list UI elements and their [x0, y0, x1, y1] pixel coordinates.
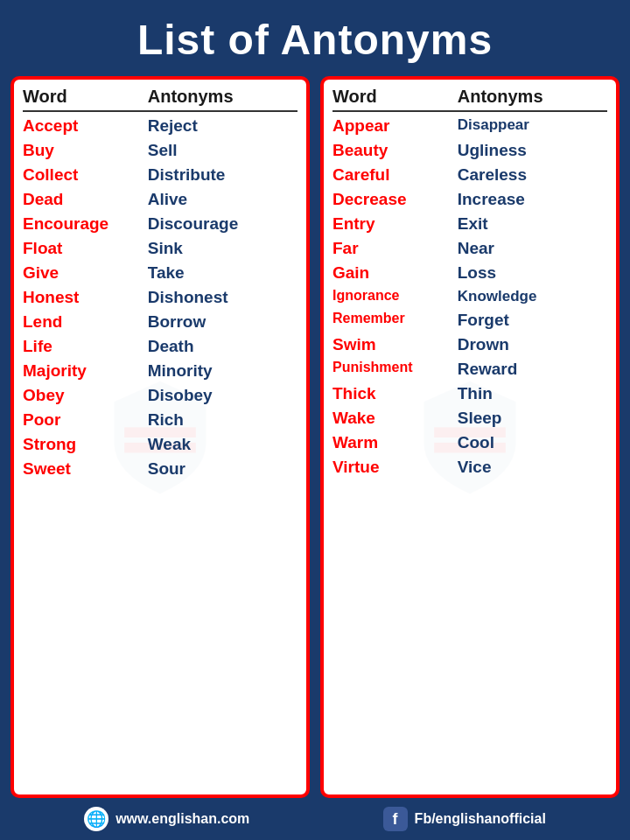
antonym-cell: Dishonest [148, 288, 298, 307]
table-row: LendBorrow [23, 310, 298, 334]
table-row: StrongWeak [23, 432, 298, 457]
word-cell: Float [23, 239, 148, 258]
table-row: CarefulCareless [332, 163, 607, 187]
antonym-cell: Ugliness [458, 141, 607, 160]
antonym-cell: Minority [148, 361, 298, 381]
left-table-rows: AcceptRejectBuySellCollectDistributeDead… [23, 114, 298, 481]
footer-website: 🌐 www.englishan.com [84, 807, 249, 831]
antonym-cell: Increase [458, 190, 607, 209]
word-cell: Life [23, 337, 148, 356]
word-cell: Poor [23, 410, 148, 430]
table-row: AppearDisappear [332, 114, 607, 138]
word-cell: Gain [332, 263, 458, 283]
table-row: ThickThin [332, 382, 607, 406]
table-row: DeadAlive [23, 187, 298, 212]
left-table-panel: Word Antonyms AcceptRejectBuySellCollect… [10, 76, 310, 798]
word-cell: Lend [23, 312, 148, 332]
word-cell: Far [332, 239, 458, 258]
word-cell: Virtue [332, 458, 458, 477]
table-row: ObeyDisobey [23, 383, 298, 408]
word-cell: Collect [23, 165, 148, 185]
word-cell: Majority [23, 361, 148, 381]
antonym-cell: Death [148, 337, 298, 356]
antonym-cell: Vice [458, 458, 607, 477]
facebook-handle: Fb/englishanofficial [415, 811, 546, 827]
antonym-cell: Sink [148, 239, 298, 258]
page-header: List of Antonyms [0, 0, 630, 76]
word-cell: Wake [332, 409, 458, 428]
facebook-icon: f [383, 807, 408, 831]
left-table-header: Word Antonyms [23, 87, 298, 112]
right-word-col-header: Word [332, 87, 458, 107]
table-row: BeautyUgliness [332, 138, 607, 163]
word-cell: Appear [332, 116, 458, 136]
antonym-cell: Alive [148, 190, 298, 209]
antonym-cell: Distribute [148, 165, 298, 185]
word-cell: Swim [332, 335, 458, 354]
table-row: PoorRich [23, 408, 298, 432]
antonym-cell: Exit [458, 214, 607, 234]
word-cell: Thick [332, 384, 458, 403]
antonym-cell: Near [458, 239, 607, 258]
antonym-cell: Thin [458, 384, 607, 403]
antonym-cell: Take [148, 263, 298, 283]
antonym-cell: Drown [458, 335, 607, 354]
word-cell: Decrease [332, 190, 458, 209]
antonym-cell: Knowledge [458, 288, 607, 305]
table-row: WakeSleep [332, 406, 607, 430]
word-cell: Buy [23, 141, 148, 160]
left-word-col-header: Word [23, 87, 148, 107]
word-cell: Give [23, 263, 148, 283]
word-cell: Obey [23, 386, 148, 405]
antonym-cell: Careless [458, 165, 607, 185]
table-row: DecreaseIncrease [332, 187, 607, 212]
right-table-header: Word Antonyms [332, 87, 607, 112]
table-row: SweetSour [23, 457, 298, 481]
table-row: GainLoss [332, 261, 607, 285]
right-antonym-col-header: Antonyms [458, 87, 607, 107]
antonym-cell: Disappear [458, 116, 607, 136]
table-row: FloatSink [23, 236, 298, 261]
antonym-cell: Cool [458, 433, 607, 452]
table-row: RememberForget [332, 308, 607, 332]
word-cell: Ignorance [332, 288, 458, 305]
table-row: EncourageDiscourage [23, 212, 298, 236]
antonym-cell: Rich [148, 410, 298, 430]
table-row: CollectDistribute [23, 163, 298, 187]
table-row: FarNear [332, 236, 607, 261]
table-row: IgnoranceKnowledge [332, 285, 607, 308]
antonym-cell: Reward [458, 360, 607, 379]
left-antonym-col-header: Antonyms [148, 87, 298, 107]
antonym-cell: Loss [458, 263, 607, 283]
word-cell: Dead [23, 190, 148, 209]
word-cell: Remember [332, 311, 458, 330]
table-row: SwimDrown [332, 332, 607, 357]
page-footer: 🌐 www.englishan.com f Fb/englishanoffici… [0, 798, 630, 840]
word-cell: Beauty [332, 141, 458, 160]
antonym-cell: Borrow [148, 312, 298, 332]
antonym-cell: Sleep [458, 409, 607, 428]
globe-icon: 🌐 [84, 807, 108, 831]
website-url: www.englishan.com [116, 811, 249, 827]
footer-facebook: f Fb/englishanofficial [383, 807, 546, 831]
table-row: AcceptReject [23, 114, 298, 138]
word-cell: Accept [23, 116, 148, 136]
antonym-cell: Discourage [148, 214, 298, 234]
table-row: BuySell [23, 138, 298, 163]
word-cell: Sweet [23, 459, 148, 479]
antonym-cell: Sour [148, 459, 298, 479]
word-cell: Encourage [23, 214, 148, 234]
right-table-rows: AppearDisappearBeautyUglinessCarefulCare… [332, 114, 607, 480]
table-row: GiveTake [23, 261, 298, 285]
table-row: HonestDishonest [23, 285, 298, 310]
word-cell: Entry [332, 214, 458, 234]
word-cell: Strong [23, 435, 148, 454]
word-cell: Honest [23, 288, 148, 307]
word-cell: Warm [332, 433, 458, 452]
word-cell: Careful [332, 165, 458, 185]
table-row: LifeDeath [23, 334, 298, 359]
antonym-cell: Reject [148, 116, 298, 136]
table-row: PunishmentReward [332, 357, 607, 382]
table-row: MajorityMinority [23, 359, 298, 383]
antonym-cell: Weak [148, 435, 298, 454]
